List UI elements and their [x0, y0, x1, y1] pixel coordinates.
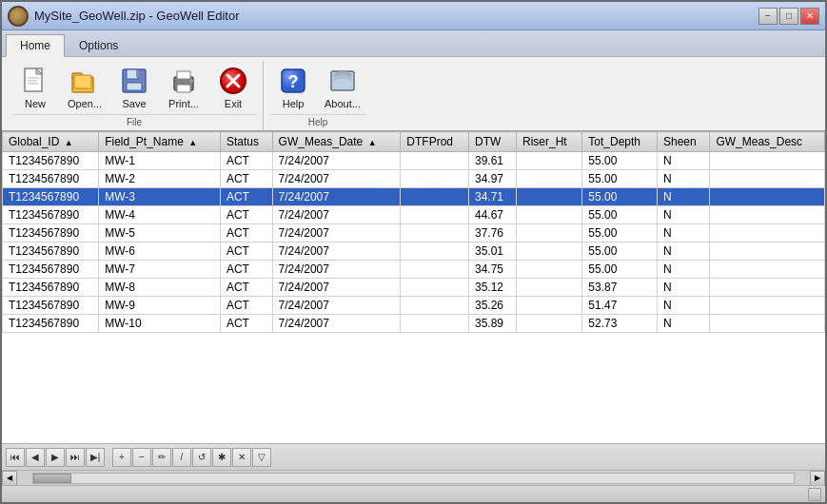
- cell-status: ACT: [220, 152, 272, 170]
- nav-refresh-button[interactable]: ↺: [192, 448, 211, 467]
- cell-dtw: 35.01: [469, 242, 517, 261]
- svg-rect-7: [74, 75, 91, 88]
- table-wrapper[interactable]: Global_ID ▲ Field_Pt_Name ▲ Status GW_Me…: [2, 131, 825, 443]
- about-button[interactable]: About...: [319, 61, 366, 112]
- open-icon: [69, 66, 100, 96]
- cell-field-pt-name: MW-8: [99, 279, 221, 297]
- cell-gw-meas-desc: [710, 188, 825, 206]
- cell-field-pt-name: MW-2: [99, 170, 221, 188]
- cell-dtf-prod: [401, 242, 469, 261]
- new-button[interactable]: New: [11, 61, 59, 112]
- restore-button[interactable]: □: [779, 8, 798, 25]
- cell-gw-meas-date: 7/24/2007: [272, 224, 401, 242]
- cell-gw-meas-desc: [710, 297, 825, 315]
- table-row[interactable]: T1234567890MW-1ACT7/24/200739.6155.00N: [3, 152, 825, 170]
- cell-gw-meas-date: 7/24/2007: [272, 170, 401, 188]
- open-button[interactable]: Open...: [61, 61, 108, 112]
- nav-cancel-button[interactable]: ✕: [232, 448, 251, 467]
- table-row[interactable]: T1234567890MW-7ACT7/24/200734.7555.00N: [3, 261, 825, 279]
- cell-riser-ht: [517, 279, 582, 297]
- table-row[interactable]: T1234567890MW-6ACT7/24/200735.0155.00N: [3, 242, 825, 261]
- scroll-thumb[interactable]: [33, 474, 71, 483]
- cell-dtf-prod: [401, 188, 469, 206]
- nav-add-button[interactable]: +: [112, 448, 131, 467]
- cell-sheen: N: [658, 297, 710, 315]
- main-window: MySite_GeoWell.zip - GeoWell Editor − □ …: [0, 0, 827, 504]
- scroll-left-button[interactable]: ◀: [2, 471, 17, 486]
- table-row[interactable]: T1234567890MW-4ACT7/24/200744.6755.00N: [3, 206, 825, 224]
- window-controls: − □ ✕: [758, 8, 819, 25]
- data-table: Global_ID ▲ Field_Pt_Name ▲ Status GW_Me…: [2, 131, 825, 333]
- cell-riser-ht: [517, 261, 582, 279]
- cell-riser-ht: [517, 315, 582, 333]
- col-status[interactable]: Status: [220, 132, 272, 152]
- nav-star-button[interactable]: ✱: [212, 448, 231, 467]
- col-dtf-prod[interactable]: DTFProd: [401, 132, 469, 152]
- nav-next-button[interactable]: ▶: [46, 448, 65, 467]
- cell-status: ACT: [220, 224, 272, 242]
- nav-last-button[interactable]: ⏭: [66, 448, 85, 467]
- col-gw-meas-date[interactable]: GW_Meas_Date ▲: [272, 132, 401, 152]
- save-button[interactable]: Save: [110, 61, 158, 112]
- col-field-pt-name[interactable]: Field_Pt_Name ▲: [99, 132, 221, 152]
- cell-global-id: T1234567890: [3, 279, 99, 297]
- cell-dtw: 44.67: [469, 206, 517, 224]
- exit-label: Exit: [225, 98, 242, 109]
- col-sheen[interactable]: Sheen: [658, 132, 710, 152]
- help-button[interactable]: ? Help: [269, 61, 317, 112]
- help-buttons: ? Help About...: [269, 61, 366, 112]
- scroll-right-button[interactable]: ▶: [810, 471, 825, 486]
- cell-tot-depth: 53.87: [582, 279, 658, 297]
- nav-first-button[interactable]: ⏮: [6, 448, 25, 467]
- cell-tot-depth: 55.00: [582, 152, 658, 170]
- table-body: T1234567890MW-1ACT7/24/200739.6155.00NT1…: [3, 152, 825, 333]
- col-dtw[interactable]: DTW: [469, 132, 517, 152]
- nav-edit-button[interactable]: ✏: [152, 448, 171, 467]
- table-row[interactable]: T1234567890MW-9ACT7/24/200735.2651.47N: [3, 297, 825, 315]
- tab-options[interactable]: Options: [65, 34, 132, 56]
- nav-prev-button[interactable]: ◀: [26, 448, 45, 467]
- table-row[interactable]: T1234567890MW-3ACT7/24/200734.7155.00N: [3, 188, 825, 206]
- exit-button[interactable]: Exit: [209, 61, 257, 112]
- cell-riser-ht: [517, 206, 582, 224]
- cell-sheen: N: [658, 206, 710, 224]
- bottom-toolbar: ⏮ ◀ ▶ ⏭ ▶| + − ✏ / ↺ ✱ ✕ ▽: [2, 443, 825, 470]
- nav-divider-button[interactable]: /: [172, 448, 191, 467]
- cell-global-id: T1234567890: [3, 297, 99, 315]
- cell-sheen: N: [658, 279, 710, 297]
- cell-sheen: N: [658, 152, 710, 170]
- print-button[interactable]: Print...: [160, 61, 207, 112]
- close-button[interactable]: ✕: [800, 8, 819, 25]
- scroll-area: ◀ ▶: [2, 470, 825, 485]
- data-grid-container: Global_ID ▲ Field_Pt_Name ▲ Status GW_Me…: [2, 130, 825, 443]
- table-row[interactable]: T1234567890MW-5ACT7/24/200737.7655.00N: [3, 224, 825, 242]
- nav-filter-button[interactable]: ▽: [252, 448, 271, 467]
- nav-new-button[interactable]: ▶|: [86, 448, 105, 467]
- col-tot-depth[interactable]: Tot_Depth: [582, 132, 658, 152]
- svg-rect-2: [28, 77, 39, 79]
- table-row[interactable]: T1234567890MW-2ACT7/24/200734.9755.00N: [3, 170, 825, 188]
- cell-dtf-prod: [401, 170, 469, 188]
- print-icon: [168, 66, 199, 96]
- open-label: Open...: [68, 98, 102, 109]
- scroll-track[interactable]: [32, 473, 795, 484]
- cell-dtw: 34.75: [469, 261, 517, 279]
- col-riser-ht[interactable]: Riser_Ht: [517, 132, 582, 152]
- tab-home[interactable]: Home: [6, 34, 65, 57]
- cell-riser-ht: [517, 224, 582, 242]
- cell-riser-ht: [517, 242, 582, 261]
- col-gw-meas-desc[interactable]: GW_Meas_Desc: [710, 132, 825, 152]
- col-global-id[interactable]: Global_ID ▲: [3, 132, 99, 152]
- print-label: Print...: [168, 98, 199, 109]
- cell-status: ACT: [220, 261, 272, 279]
- cell-tot-depth: 55.00: [582, 188, 658, 206]
- table-row[interactable]: T1234567890MW-10ACT7/24/200735.8952.73N: [3, 315, 825, 333]
- table-row[interactable]: T1234567890MW-8ACT7/24/200735.1253.87N: [3, 279, 825, 297]
- cell-dtf-prod: [401, 297, 469, 315]
- nav-remove-button[interactable]: −: [132, 448, 151, 467]
- cell-field-pt-name: MW-7: [99, 261, 221, 279]
- file-group-label: File: [11, 114, 257, 130]
- cell-sheen: N: [658, 224, 710, 242]
- save-icon: [119, 66, 149, 96]
- minimize-button[interactable]: −: [758, 8, 778, 25]
